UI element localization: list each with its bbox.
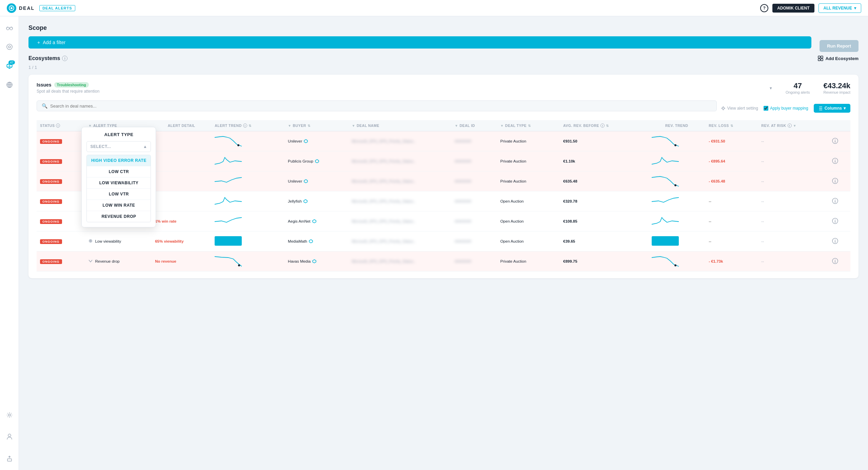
logo: DEAL DEAL ALERTS	[7, 3, 75, 13]
alert-detail-value: 65% viewability	[155, 239, 183, 243]
avg-rev-info-icon[interactable]: i	[600, 124, 605, 128]
deal-type-cell: Open Auction	[497, 231, 560, 251]
deal-id-cell: ########	[451, 171, 497, 191]
avg-rev-cell: €320.78	[560, 191, 648, 211]
top-nav: DEAL DEAL ALERTS ? ADOMIK CLIENT ALL REV…	[0, 0, 868, 16]
rev-at-risk-info-icon[interactable]: i	[788, 124, 792, 128]
ecosystems-info-icon[interactable]: i	[62, 56, 67, 61]
row-action-icon[interactable]	[832, 238, 838, 244]
rev-loss-cell: --	[705, 231, 758, 251]
row-action-icon[interactable]	[832, 158, 838, 164]
revenue-button[interactable]: ALL REVENUE ▾	[818, 3, 861, 13]
rev-trend-cell	[648, 191, 706, 211]
svg-point-35	[835, 162, 835, 162]
filter-bar[interactable]: + Add a filter	[28, 36, 811, 49]
alert-type-label: Revenue drop	[95, 259, 119, 263]
alert-detail-cell: 1% win rate	[152, 211, 211, 231]
buyer-icon	[312, 259, 316, 263]
eco-desc: Spot all deals that require attention	[37, 89, 99, 94]
option-revenue-drop[interactable]: Revenue drop	[87, 211, 151, 222]
status-badge: ONGOING	[40, 259, 62, 264]
eco-expand-icon[interactable]: ▾	[770, 86, 772, 91]
svg-point-63	[835, 262, 835, 262]
select-chevron-icon: ▲	[143, 144, 147, 149]
deal-name-cell: Microsoft_OPS_OPS_Priority_Status...	[349, 151, 451, 171]
row-action-icon[interactable]	[832, 138, 838, 144]
deal-name-cell: Microsoft_OPS_OPS_Priority_Status...	[349, 171, 451, 191]
apply-buyer-mapping-button[interactable]: Apply buyer mapping	[764, 106, 808, 111]
buyer-name: Aegis AmNet	[288, 219, 310, 223]
table-body: ONGOING Unilever Microsoft_OPS_OPS_Prior…	[37, 131, 850, 271]
deal-name-cell: Microsoft_OPS_OPS_Priority_Status...	[349, 191, 451, 211]
table-row: ONGOING Unilever Microsoft_OPS_OPS_Prior…	[37, 131, 850, 151]
svg-rect-18	[818, 56, 820, 58]
run-report-button[interactable]: Run Report	[820, 40, 859, 52]
buyer-cell: MediaMath	[284, 231, 348, 251]
deal-type-cell: Open Auction	[497, 191, 560, 211]
alert-type-label: Low viewability	[95, 239, 121, 243]
buyer-icon	[304, 179, 308, 183]
buyer-name: Unilever	[288, 139, 302, 143]
alert-trend-cell	[211, 251, 284, 271]
alert-detail-cell: 65% viewability	[152, 231, 211, 251]
th-rev-at-risk: REV. AT RISK i ▼	[758, 120, 829, 131]
deal-id-cell: ########	[451, 231, 497, 251]
deal-id-cell: ########	[451, 211, 497, 231]
row-action-icon[interactable]	[832, 178, 838, 184]
option-low-ctr[interactable]: Low CTR	[87, 166, 151, 177]
option-low-win-rate[interactable]: Low win rate	[87, 200, 151, 211]
row-action-icon[interactable]	[832, 198, 838, 204]
view-alert-setting-button[interactable]: View alert setting	[721, 106, 758, 111]
trend-info-icon[interactable]: i	[243, 124, 247, 128]
deal-type-cell: Private Auction	[497, 171, 560, 191]
table-row: ONGOING Revenue drop No revenue Havas Me…	[37, 251, 850, 271]
alert-type-select[interactable]: Select... ▲	[86, 141, 151, 152]
sidebar-item-globe[interactable]	[3, 79, 16, 91]
status-cell: ONGOING	[37, 151, 85, 171]
sidebar-item-glasses[interactable]	[3, 22, 16, 34]
deal-name-filter-icon: ▼	[352, 124, 355, 128]
option-low-vtr[interactable]: Low VTR	[87, 189, 151, 200]
row-action-icon[interactable]	[832, 258, 838, 264]
th-alert-detail: ALERT DETAIL	[152, 120, 211, 131]
sidebar: 47	[0, 16, 19, 286]
th-deal-type: ▼ DEAL TYPE ⇅	[497, 120, 560, 131]
user-button[interactable]: ADOMIK CLIENT	[772, 4, 814, 13]
buyer-icon	[312, 219, 316, 223]
rev-loss-cell: - €895.64	[705, 151, 758, 171]
buyer-cell: Unilever	[284, 131, 348, 151]
alert-type-cell: Revenue drop	[85, 251, 152, 271]
status-cell: ONGOING	[37, 191, 85, 211]
eco-tag: Troubleshooting	[54, 82, 89, 88]
sidebar-item-deals[interactable]: 47	[3, 60, 16, 72]
status-info-icon[interactable]: i	[56, 124, 60, 128]
search-input[interactable]	[50, 104, 712, 109]
svg-marker-46	[313, 220, 316, 223]
rev-at-risk-cell: --	[758, 251, 829, 271]
add-ecosystem-button[interactable]: Add Ecosystem	[818, 56, 859, 61]
help-icon[interactable]: ?	[760, 4, 768, 12]
rev-loss-cell: --	[705, 191, 758, 211]
deal-name-cell: Microsoft_OPS_OPS_Priority_Status...	[349, 211, 451, 231]
deal-id-cell: ########	[451, 251, 497, 271]
alert-trend-cell	[211, 151, 284, 171]
main-content: Scope + Add a filter Run Report Ecosyste…	[19, 16, 868, 286]
apply-mapping-checkbox[interactable]	[764, 106, 768, 111]
alert-detail-cell	[152, 131, 211, 151]
columns-button[interactable]: Columns ▾	[814, 104, 850, 113]
rev-trend-cell	[648, 171, 706, 191]
alert-type-cell: Low viewability	[85, 231, 152, 251]
sidebar-item-chart[interactable]	[3, 41, 16, 53]
eco-stat-ongoing: 47 Ongoing alerts	[786, 81, 810, 94]
th-buyer: ▼ BUYER ⇅	[284, 120, 348, 131]
option-high-video-error-rate[interactable]: High video error rate	[87, 155, 151, 166]
row-actions-cell	[829, 131, 850, 151]
row-actions-cell	[829, 151, 850, 171]
svg-point-44	[835, 202, 835, 202]
buyer-icon	[309, 239, 313, 243]
alert-trend-cell	[211, 171, 284, 191]
option-low-viewability[interactable]: Low viewability	[87, 177, 151, 189]
row-action-icon[interactable]	[832, 218, 838, 224]
eco-stat-revenue: €43.24k Revenue impact	[823, 81, 850, 94]
chevron-down-icon: ▾	[854, 6, 856, 11]
